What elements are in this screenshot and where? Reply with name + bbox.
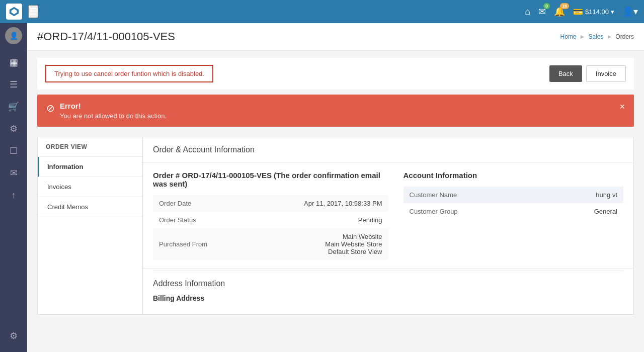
order-nav: ORDER VIEW Information Invoices Credit M… — [37, 137, 143, 315]
account-info-table: Customer Name hung vt Customer Group Gen… — [404, 187, 624, 220]
user-icon: 👤 — [622, 6, 633, 17]
table-row: Purchased From Main WebsiteMain Website … — [153, 228, 388, 260]
error-description: You are not allowed to do this action. — [60, 112, 167, 120]
home-button[interactable]: ⌂ — [525, 7, 530, 17]
order-nav-item-credit-memos[interactable]: Credit Memos — [38, 197, 142, 217]
sidebar-item-settings[interactable]: ⚙ — [4, 326, 24, 346]
order-info-left: Order # ORD-17/4/11-000105-VES (The orde… — [153, 171, 388, 260]
error-close-button[interactable]: × — [619, 102, 625, 112]
topbar-right: ⌂ ✉ 0 🔔 18 💳 $114.00 ▾ 👤 ▾ — [525, 6, 638, 17]
topbar-left: ☰ — [6, 4, 38, 20]
error-text: Error! You are not allowed to do this ac… — [60, 102, 167, 120]
breadcrumb-sep-1: ► — [580, 33, 586, 40]
error-banner: ⊘ Error! You are not allowed to do this … — [37, 95, 634, 127]
user-button[interactable]: 👤 ▾ — [622, 6, 638, 17]
icon-sidebar: 👤 ▦ ☰ 🛒 ⚙ ☐ ✉ ↑ ⚙ — [0, 23, 27, 352]
notifications-badge: 18 — [560, 3, 569, 9]
order-date-value: Apr 11, 2017, 10:58:33 PM — [259, 195, 388, 212]
info-grid: Order # ORD-17/4/11-000105-VES (The orde… — [143, 163, 633, 268]
customer-name-label: Customer Name — [404, 187, 542, 203]
breadcrumb: Home ► Sales ► Orders — [560, 33, 634, 40]
divider — [143, 268, 633, 269]
error-title: Error! — [60, 102, 167, 110]
order-nav-item-information[interactable]: Information — [38, 157, 142, 177]
warning-message: Trying to use cancel order funtion which… — [45, 65, 213, 82]
table-row: Order Date Apr 11, 2017, 10:58:33 PM — [153, 195, 388, 212]
purchased-from-label: Purchased From — [153, 228, 259, 260]
order-status-value: Pending — [259, 212, 388, 228]
sidebar-item-orders[interactable]: 🛒 — [4, 97, 24, 117]
sidebar-item-reports[interactable]: ↑ — [4, 185, 24, 205]
user-chevron: ▾ — [633, 6, 638, 17]
billing-address-title: Billing Address — [153, 294, 623, 302]
messages-button[interactable]: ✉ 0 — [538, 6, 546, 17]
customer-group-label: Customer Group — [404, 203, 542, 220]
sidebar-item-catalog[interactable]: ☰ — [4, 74, 24, 95]
customer-group-value: General — [542, 203, 623, 220]
home-icon: ⌂ — [525, 7, 530, 17]
customer-name-value: hung vt — [542, 187, 623, 203]
table-row: Order Status Pending — [153, 212, 388, 228]
table-row: Customer Group General — [404, 203, 624, 220]
page-header: #ORD-17/4/11-000105-VES Home ► Sales ► O… — [27, 23, 644, 51]
breadcrumb-current: Orders — [615, 33, 634, 40]
error-icon: ⊘ — [46, 102, 55, 114]
purchased-from-value: Main WebsiteMain Website StoreDefault St… — [259, 228, 388, 260]
notifications-button[interactable]: 🔔 18 — [554, 6, 565, 17]
breadcrumb-home[interactable]: Home — [560, 33, 576, 40]
address-section-title: Address Information — [153, 271, 623, 294]
address-section: Address Information Billing Address — [143, 271, 633, 314]
table-row: Customer Name hung vt — [404, 187, 624, 203]
sidebar-item-newsletter[interactable]: ✉ — [4, 163, 24, 183]
balance-button[interactable]: 💳 $114.00 ▾ — [573, 7, 614, 17]
order-info-right: Account Information Customer Name hung v… — [388, 171, 624, 260]
balance-amount: $114.00 — [585, 8, 609, 16]
app-logo — [6, 4, 22, 20]
account-info-title: Account Information — [404, 171, 624, 180]
page-title: #ORD-17/4/11-000105-VES — [37, 30, 175, 43]
breadcrumb-sales[interactable]: Sales — [588, 33, 603, 40]
warning-box: Trying to use cancel order funtion which… — [37, 58, 634, 90]
order-main-panel: Order & Account Information Order # ORD-… — [143, 137, 634, 315]
back-button[interactable]: Back — [549, 65, 582, 82]
order-nav-item-invoices[interactable]: Invoices — [38, 177, 142, 197]
invoice-button[interactable]: Invoice — [586, 65, 626, 82]
sidebar-item-dashboard[interactable]: ▦ — [4, 52, 24, 72]
topbar: ☰ ⌂ ✉ 0 🔔 18 💳 $114.00 ▾ 👤 ▾ — [0, 0, 644, 23]
order-status-label: Order Status — [153, 212, 259, 228]
order-nav-title: ORDER VIEW — [38, 137, 142, 157]
action-buttons: Back Invoice — [549, 65, 626, 82]
order-info-table: Order Date Apr 11, 2017, 10:58:33 PM Ord… — [153, 195, 388, 260]
app-body: 👤 ▦ ☰ 🛒 ⚙ ☐ ✉ ↑ ⚙ #ORD-17/4/11-000105-VE… — [0, 23, 644, 352]
breadcrumb-sep-2: ► — [606, 33, 612, 40]
hamburger-button[interactable]: ☰ — [28, 5, 38, 18]
sidebar-item-pages[interactable]: ☐ — [4, 141, 24, 161]
balance-chevron: ▾ — [611, 8, 614, 16]
avatar: 👤 — [5, 27, 22, 44]
sidebar-item-integrations[interactable]: ⚙ — [4, 119, 24, 139]
error-banner-content: ⊘ Error! You are not allowed to do this … — [46, 102, 167, 120]
main-content: #ORD-17/4/11-000105-VES Home ► Sales ► O… — [27, 23, 644, 352]
order-section-title: Order & Account Information — [143, 137, 633, 163]
messages-badge: 0 — [543, 3, 550, 9]
order-area: ORDER VIEW Information Invoices Credit M… — [37, 132, 634, 315]
card-icon: 💳 — [573, 7, 583, 17]
order-date-label: Order Date — [153, 195, 259, 212]
order-number-heading: Order # ORD-17/4/11-000105-VES (The orde… — [153, 171, 388, 188]
